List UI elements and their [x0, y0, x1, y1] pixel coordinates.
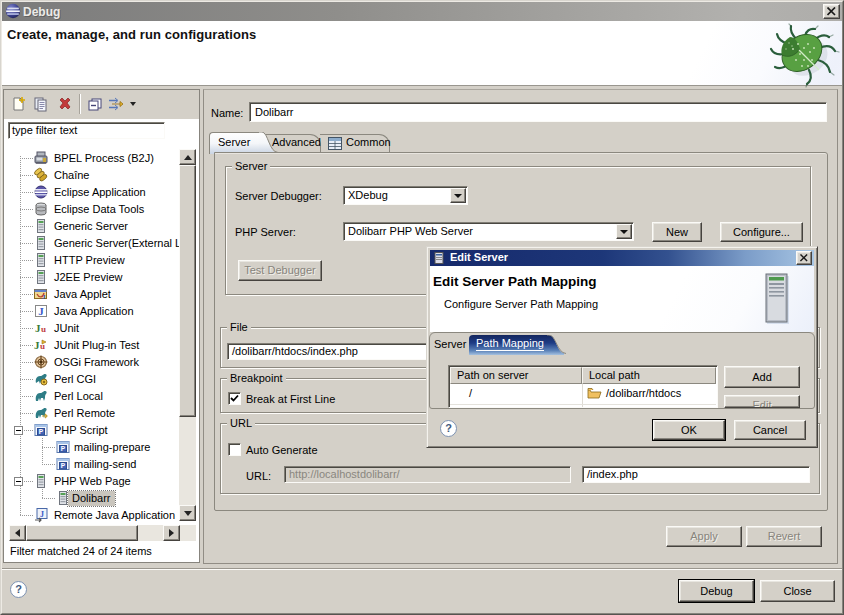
svg-text:J: J: [40, 510, 44, 519]
svg-text:J: J: [42, 293, 46, 301]
svg-text:P: P: [61, 462, 66, 469]
svg-text:J: J: [38, 305, 44, 317]
svg-text:u: u: [41, 324, 46, 334]
svg-text:P: P: [61, 445, 66, 452]
svg-text:P: P: [39, 428, 44, 435]
